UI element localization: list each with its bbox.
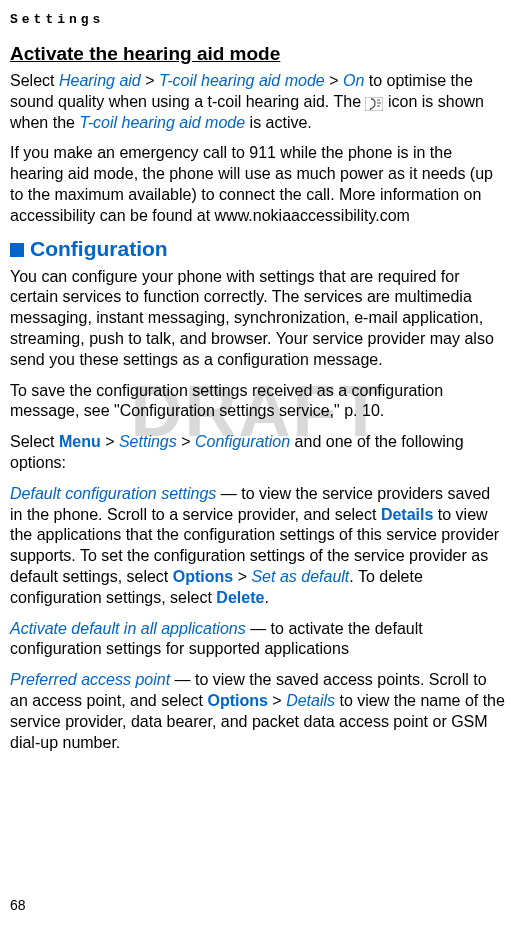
link-options: Options	[173, 568, 233, 585]
text: Select	[10, 72, 59, 89]
link-tcoil-mode: T-coil hearing aid mode	[159, 72, 325, 89]
link-settings: Settings	[119, 433, 177, 450]
hearing-aid-p1: Select Hearing aid > T-coil hearing aid …	[10, 71, 505, 133]
heading-text: Configuration	[30, 237, 168, 260]
text: >	[233, 568, 251, 585]
page-number: 68	[10, 897, 26, 913]
link-tcoil-mode2: T-coil hearing aid mode	[79, 114, 245, 131]
link-options: Options	[207, 692, 267, 709]
text: >	[101, 433, 119, 450]
link-details: Details	[286, 692, 335, 709]
text: >	[177, 433, 195, 450]
link-menu: Menu	[59, 433, 101, 450]
text: is active.	[245, 114, 312, 131]
config-item-default: Default configuration settings — to view…	[10, 484, 505, 609]
text: .	[264, 589, 268, 606]
link-details: Details	[381, 506, 433, 523]
config-p2: To save the configuration settings recei…	[10, 381, 505, 423]
text: >	[268, 692, 286, 709]
link-hearing-aid: Hearing aid	[59, 72, 141, 89]
config-p1: You can configure your phone with settin…	[10, 267, 505, 371]
text: >	[141, 72, 159, 89]
item-label: Preferred access point	[10, 671, 170, 688]
hearing-aid-heading: Activate the hearing aid mode	[10, 43, 505, 65]
tcoil-icon	[365, 96, 383, 110]
page-content: Settings Activate the hearing aid mode S…	[10, 12, 505, 753]
svg-point-1	[370, 108, 372, 110]
hearing-aid-p2: If you make an emergency call to 911 whi…	[10, 143, 505, 226]
config-p3: Select Menu > Settings > Configuration a…	[10, 432, 505, 474]
item-label: Default configuration settings	[10, 485, 216, 502]
link-on: On	[343, 72, 364, 89]
text: >	[325, 72, 343, 89]
square-bullet-icon	[10, 243, 24, 257]
svg-rect-0	[365, 97, 383, 111]
link-set-default: Set as default	[251, 568, 349, 585]
config-item-access-point: Preferred access point — to view the sav…	[10, 670, 505, 753]
configuration-heading: Configuration	[10, 237, 505, 261]
config-item-activate: Activate default in all applications — t…	[10, 619, 505, 661]
chapter-label: Settings	[10, 12, 505, 27]
item-label: Activate default in all applications	[10, 620, 246, 637]
link-configuration: Configuration	[195, 433, 290, 450]
text: Select	[10, 433, 59, 450]
link-delete: Delete	[216, 589, 264, 606]
